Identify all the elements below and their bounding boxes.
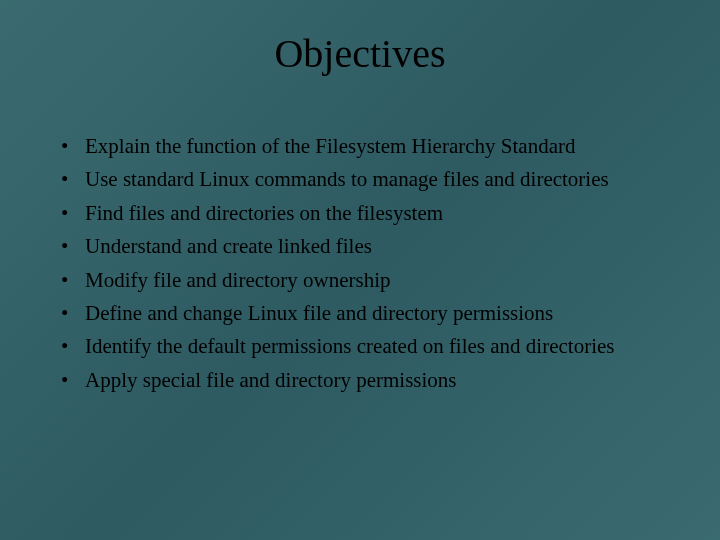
slide-container: Objectives Explain the function of the F…	[0, 0, 720, 540]
list-item: Find files and directories on the filesy…	[55, 199, 665, 228]
list-item: Understand and create linked files	[55, 232, 665, 261]
bullet-list: Explain the function of the Filesystem H…	[45, 132, 675, 395]
list-item: Modify file and directory ownership	[55, 266, 665, 295]
slide-title: Objectives	[45, 30, 675, 77]
list-item: Explain the function of the Filesystem H…	[55, 132, 665, 161]
list-item: Apply special file and directory permiss…	[55, 366, 665, 395]
list-item: Define and change Linux file and directo…	[55, 299, 665, 328]
list-item: Identify the default permissions created…	[55, 332, 665, 361]
list-item: Use standard Linux commands to manage fi…	[55, 165, 665, 194]
